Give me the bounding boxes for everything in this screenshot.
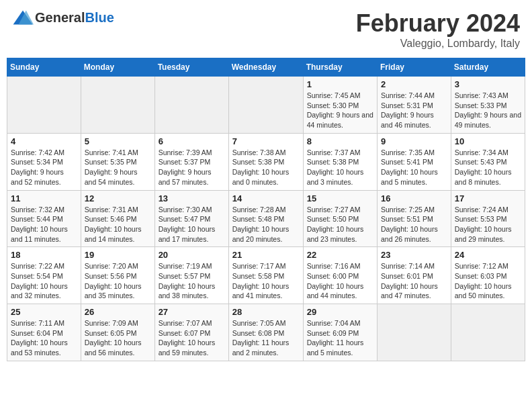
day-number: 14 — [232, 193, 300, 203]
day-info: Sunrise: 7:14 AMSunset: 6:01 PMDaylight:… — [381, 261, 447, 301]
calendar-cell: 17Sunrise: 7:24 AMSunset: 5:53 PMDayligh… — [451, 190, 525, 247]
day-number: 2 — [381, 79, 447, 89]
day-number: 1 — [307, 79, 373, 89]
calendar-cell: 18Sunrise: 7:22 AMSunset: 5:54 PMDayligh… — [7, 247, 81, 304]
day-number: 5 — [85, 136, 151, 146]
calendar-body: 1Sunrise: 7:45 AMSunset: 5:30 PMDaylight… — [7, 77, 525, 361]
month-title: February 2024 — [356, 9, 520, 38]
day-number: 27 — [159, 307, 225, 317]
day-info: Sunrise: 7:43 AMSunset: 5:33 PMDaylight:… — [455, 91, 521, 130]
day-info: Sunrise: 7:30 AMSunset: 5:47 PMDaylight:… — [159, 205, 225, 244]
calendar-header: SundayMondayTuesdayWednesdayThursdayFrid… — [7, 58, 525, 77]
calendar-cell: 25Sunrise: 7:11 AMSunset: 6:04 PMDayligh… — [7, 304, 81, 361]
calendar-cell — [378, 304, 451, 361]
day-number: 10 — [455, 136, 521, 146]
day-number: 11 — [11, 193, 77, 203]
day-info: Sunrise: 7:16 AMSunset: 6:00 PMDaylight:… — [307, 261, 373, 301]
day-number: 23 — [381, 250, 447, 260]
day-number: 6 — [159, 136, 225, 146]
day-info: Sunrise: 7:27 AMSunset: 5:50 PMDaylight:… — [307, 205, 373, 244]
day-info: Sunrise: 7:39 AMSunset: 5:37 PMDaylight:… — [159, 148, 225, 187]
day-info: Sunrise: 7:28 AMSunset: 5:48 PMDaylight:… — [232, 205, 300, 244]
day-info: Sunrise: 7:07 AMSunset: 6:07 PMDaylight:… — [159, 318, 225, 358]
day-info: Sunrise: 7:38 AMSunset: 5:38 PMDaylight:… — [232, 148, 300, 187]
day-number: 24 — [455, 250, 521, 260]
day-info: Sunrise: 7:32 AMSunset: 5:44 PMDaylight:… — [11, 205, 77, 244]
day-info: Sunrise: 7:34 AMSunset: 5:43 PMDaylight:… — [455, 148, 521, 187]
calendar-cell: 22Sunrise: 7:16 AMSunset: 6:00 PMDayligh… — [303, 247, 377, 304]
day-info: Sunrise: 7:22 AMSunset: 5:54 PMDaylight:… — [11, 261, 77, 301]
calendar-cell: 1Sunrise: 7:45 AMSunset: 5:30 PMDaylight… — [303, 77, 377, 134]
day-info: Sunrise: 7:25 AMSunset: 5:51 PMDaylight:… — [381, 205, 447, 244]
day-info: Sunrise: 7:44 AMSunset: 5:31 PMDaylight:… — [381, 91, 447, 130]
calendar-cell: 3Sunrise: 7:43 AMSunset: 5:33 PMDaylight… — [451, 77, 525, 134]
calendar-cell — [154, 77, 228, 134]
calendar-cell: 2Sunrise: 7:44 AMSunset: 5:31 PMDaylight… — [378, 77, 451, 134]
day-info: Sunrise: 7:45 AMSunset: 5:30 PMDaylight:… — [307, 91, 373, 130]
day-number: 22 — [307, 250, 373, 260]
calendar-week-row: 1Sunrise: 7:45 AMSunset: 5:30 PMDaylight… — [7, 77, 525, 134]
day-number: 26 — [85, 307, 151, 317]
weekday-header-wednesday: Wednesday — [228, 58, 303, 77]
day-info: Sunrise: 7:19 AMSunset: 5:57 PMDaylight:… — [159, 261, 225, 301]
day-number: 8 — [307, 136, 373, 146]
day-info: Sunrise: 7:31 AMSunset: 5:46 PMDaylight:… — [85, 205, 151, 244]
calendar-cell: 24Sunrise: 7:12 AMSunset: 6:03 PMDayligh… — [451, 247, 525, 304]
day-number: 19 — [85, 250, 151, 260]
day-number: 18 — [11, 250, 77, 260]
weekday-header-thursday: Thursday — [303, 58, 377, 77]
day-number: 4 — [11, 136, 77, 146]
calendar-cell — [7, 77, 81, 134]
day-number: 21 — [232, 250, 300, 260]
calendar-cell: 10Sunrise: 7:34 AMSunset: 5:43 PMDayligh… — [451, 133, 525, 190]
day-number: 29 — [307, 307, 373, 317]
weekday-header-sunday: Sunday — [7, 58, 81, 77]
calendar-cell: 23Sunrise: 7:14 AMSunset: 6:01 PMDayligh… — [378, 247, 451, 304]
calendar-cell: 20Sunrise: 7:19 AMSunset: 5:57 PMDayligh… — [154, 247, 228, 304]
logo-icon — [12, 9, 34, 26]
day-info: Sunrise: 7:20 AMSunset: 5:56 PMDaylight:… — [85, 261, 151, 301]
calendar-cell: 21Sunrise: 7:17 AMSunset: 5:58 PMDayligh… — [228, 247, 303, 304]
day-number: 7 — [232, 136, 300, 146]
calendar-table: SundayMondayTuesdayWednesdayThursdayFrid… — [7, 58, 525, 361]
calendar-cell: 13Sunrise: 7:30 AMSunset: 5:47 PMDayligh… — [154, 190, 228, 247]
calendar-cell — [451, 304, 525, 361]
day-info: Sunrise: 7:11 AMSunset: 6:04 PMDaylight:… — [11, 318, 77, 358]
title-block: February 2024 Valeggio, Lombardy, Italy — [356, 9, 520, 50]
weekday-header-tuesday: Tuesday — [154, 58, 228, 77]
day-number: 9 — [381, 136, 447, 146]
day-number: 3 — [455, 79, 521, 89]
calendar-cell: 29Sunrise: 7:04 AMSunset: 6:09 PMDayligh… — [303, 304, 377, 361]
weekday-header-saturday: Saturday — [451, 58, 525, 77]
calendar-cell — [81, 77, 154, 134]
day-info: Sunrise: 7:41 AMSunset: 5:35 PMDaylight:… — [85, 148, 151, 187]
day-number: 13 — [159, 193, 225, 203]
day-info: Sunrise: 7:42 AMSunset: 5:34 PMDaylight:… — [11, 148, 77, 187]
day-number: 17 — [455, 193, 521, 203]
page-header: GeneralBlue February 2024 Valeggio, Lomb… — [7, 7, 525, 52]
logo: GeneralBlue — [12, 9, 114, 26]
calendar-cell — [228, 77, 303, 134]
weekday-header-row: SundayMondayTuesdayWednesdayThursdayFrid… — [7, 58, 525, 77]
calendar-cell: 11Sunrise: 7:32 AMSunset: 5:44 PMDayligh… — [7, 190, 81, 247]
day-number: 28 — [232, 307, 300, 317]
calendar-cell: 9Sunrise: 7:35 AMSunset: 5:41 PMDaylight… — [378, 133, 451, 190]
calendar-cell: 28Sunrise: 7:05 AMSunset: 6:08 PMDayligh… — [228, 304, 303, 361]
day-info: Sunrise: 7:12 AMSunset: 6:03 PMDaylight:… — [455, 261, 521, 301]
calendar-cell: 14Sunrise: 7:28 AMSunset: 5:48 PMDayligh… — [228, 190, 303, 247]
calendar-week-row: 18Sunrise: 7:22 AMSunset: 5:54 PMDayligh… — [7, 247, 525, 304]
calendar-cell: 6Sunrise: 7:39 AMSunset: 5:37 PMDaylight… — [154, 133, 228, 190]
day-number: 16 — [381, 193, 447, 203]
calendar-cell: 15Sunrise: 7:27 AMSunset: 5:50 PMDayligh… — [303, 190, 377, 247]
weekday-header-monday: Monday — [81, 58, 154, 77]
calendar-cell: 12Sunrise: 7:31 AMSunset: 5:46 PMDayligh… — [81, 190, 154, 247]
day-number: 25 — [11, 307, 77, 317]
day-number: 20 — [159, 250, 225, 260]
calendar-cell: 8Sunrise: 7:37 AMSunset: 5:38 PMDaylight… — [303, 133, 377, 190]
day-info: Sunrise: 7:05 AMSunset: 6:08 PMDaylight:… — [232, 318, 300, 358]
weekday-header-friday: Friday — [378, 58, 451, 77]
calendar-week-row: 25Sunrise: 7:11 AMSunset: 6:04 PMDayligh… — [7, 304, 525, 361]
day-info: Sunrise: 7:35 AMSunset: 5:41 PMDaylight:… — [381, 148, 447, 187]
calendar-cell: 4Sunrise: 7:42 AMSunset: 5:34 PMDaylight… — [7, 133, 81, 190]
calendar-cell: 26Sunrise: 7:09 AMSunset: 6:05 PMDayligh… — [81, 304, 154, 361]
